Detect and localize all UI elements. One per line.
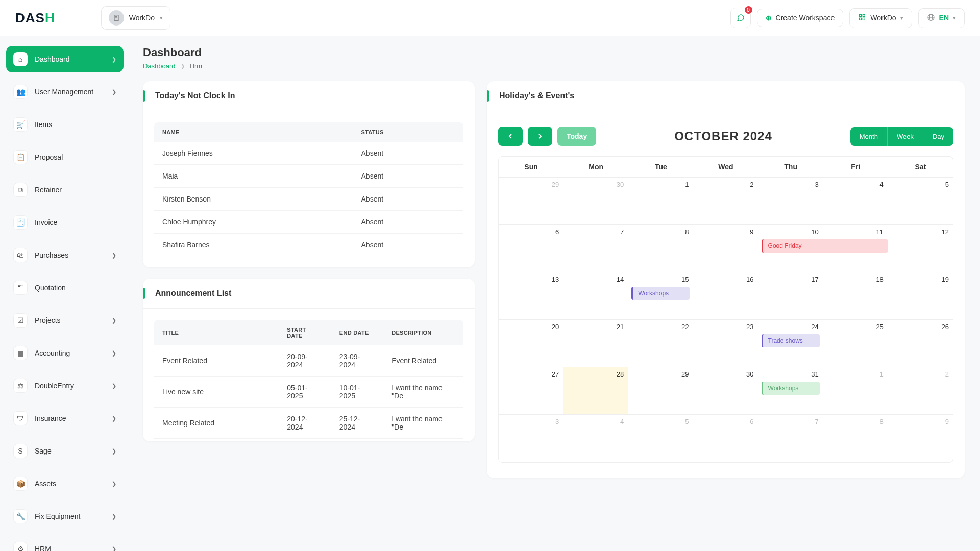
- clockin-title: Today's Not Clock In: [155, 91, 235, 101]
- sidebar-icon: ⌂: [13, 52, 28, 66]
- cal-day[interactable]: 5: [628, 415, 693, 462]
- cal-day[interactable]: 8: [823, 415, 888, 462]
- cal-day[interactable]: 5: [888, 178, 953, 225]
- cal-day-number: 10: [811, 228, 818, 236]
- cal-view-week[interactable]: Week: [888, 127, 923, 146]
- breadcrumb-root[interactable]: Dashboard: [143, 62, 176, 70]
- cal-day[interactable]: 7: [758, 415, 823, 462]
- sidebar-item-accounting[interactable]: ▤ Accounting ❯: [6, 340, 124, 366]
- sidebar-item-retainer[interactable]: ⧉ Retainer: [6, 177, 124, 203]
- cal-day-number: 5: [685, 418, 689, 425]
- cal-day[interactable]: 1: [628, 178, 693, 225]
- cal-day[interactable]: 20: [499, 320, 564, 367]
- cal-day[interactable]: 3: [758, 178, 823, 225]
- sidebar-item-dashboard[interactable]: ⌂ Dashboard ❯: [6, 46, 124, 72]
- col-name: NAME: [154, 122, 353, 142]
- cal-day[interactable]: 6: [499, 225, 564, 272]
- cal-day[interactable]: 28: [564, 367, 628, 415]
- cal-day-header: Sun: [499, 157, 564, 178]
- cell-name: Joseph Fiennes: [154, 142, 353, 165]
- sidebar-item-insurance[interactable]: 🛡 Insurance ❯: [6, 405, 124, 432]
- cal-day[interactable]: 24Trade shows: [758, 320, 823, 367]
- cal-day[interactable]: 15Workshops: [628, 272, 693, 320]
- cal-day[interactable]: 9: [693, 225, 758, 272]
- sidebar-label: User Management: [35, 88, 93, 96]
- cal-day[interactable]: 3: [499, 415, 564, 462]
- col-status: STATUS: [353, 122, 463, 142]
- cal-view-month[interactable]: Month: [850, 127, 888, 146]
- cal-today-button[interactable]: Today: [557, 127, 596, 146]
- sidebar-item-purchases[interactable]: 🛍 Purchases ❯: [6, 242, 124, 268]
- cal-day[interactable]: 4: [823, 178, 888, 225]
- sidebar-item-invoice[interactable]: 🧾 Invoice: [6, 209, 124, 236]
- cal-day-number: 9: [945, 418, 949, 425]
- cal-day[interactable]: 11: [823, 225, 888, 272]
- language-selector[interactable]: EN ▾: [918, 8, 965, 28]
- messages-button[interactable]: 0: [730, 8, 751, 28]
- workdo-menu-button[interactable]: WorkDo ▾: [849, 8, 912, 28]
- cal-day-number: 22: [681, 323, 689, 331]
- clockin-card: Today's Not Clock In NAME STATUS Joseph …: [143, 81, 475, 267]
- cell-name: Kirsten Benson: [154, 188, 353, 211]
- sidebar-item-user-management[interactable]: 👥 User Management ❯: [6, 79, 124, 105]
- cal-day[interactable]: 6: [693, 415, 758, 462]
- cal-day[interactable]: 2: [693, 178, 758, 225]
- table-row: Live new site 05-01-2025 10-01-2025 I wa…: [154, 377, 463, 408]
- sidebar-item-hrm[interactable]: ⚙ HRM ❯: [6, 536, 124, 551]
- sidebar-item-quotation[interactable]: “” Quotation: [6, 274, 124, 301]
- cal-day[interactable]: 12: [888, 225, 953, 272]
- cal-day[interactable]: 10Good Friday: [758, 225, 823, 272]
- cal-event[interactable]: Workshops: [762, 382, 820, 395]
- cell-name: Maia: [154, 165, 353, 188]
- main-content: Dashboard Dashboard ❯ Hrm Today's Not Cl…: [138, 36, 980, 478]
- cal-day[interactable]: 4: [564, 415, 628, 462]
- cal-day[interactable]: 21: [564, 320, 628, 367]
- cal-day-number: 18: [876, 276, 883, 283]
- sidebar-item-doubleentry[interactable]: ⚖ DoubleEntry ❯: [6, 372, 124, 399]
- sidebar-item-fix-equipment[interactable]: 🔧 Fix Equipment ❯: [6, 503, 124, 530]
- cal-day[interactable]: 22: [628, 320, 693, 367]
- cal-day[interactable]: 17: [758, 272, 823, 320]
- sidebar-item-projects[interactable]: ☑ Projects ❯: [6, 307, 124, 334]
- cal-day[interactable]: 7: [564, 225, 628, 272]
- cal-day[interactable]: 31Workshops: [758, 367, 823, 415]
- sidebar-label: DoubleEntry: [35, 382, 74, 390]
- cal-day[interactable]: 29: [628, 367, 693, 415]
- cal-day[interactable]: 13: [499, 272, 564, 320]
- sidebar-item-items[interactable]: 🛒 Items: [6, 111, 124, 138]
- cal-event[interactable]: Trade shows: [762, 334, 820, 347]
- cal-day[interactable]: 14: [564, 272, 628, 320]
- cal-day[interactable]: 2: [888, 367, 953, 415]
- svg-rect-6: [863, 18, 865, 20]
- cal-day[interactable]: 8: [628, 225, 693, 272]
- cal-day[interactable]: 1: [823, 367, 888, 415]
- cal-day[interactable]: 19: [888, 272, 953, 320]
- create-workspace-button[interactable]: ⊕ Create Workspace: [757, 9, 844, 27]
- cal-day[interactable]: 16: [693, 272, 758, 320]
- cal-next-button[interactable]: [528, 127, 552, 146]
- cal-day-number: 21: [617, 323, 624, 331]
- logo[interactable]: DASH: [15, 10, 91, 26]
- cal-day[interactable]: 30: [564, 178, 628, 225]
- cal-day-number: 14: [617, 276, 624, 283]
- sidebar-item-sage[interactable]: S Sage ❯: [6, 438, 124, 464]
- workspace-selector[interactable]: WorkDo ▾: [101, 6, 170, 30]
- cal-day-number: 29: [552, 181, 559, 188]
- cal-day[interactable]: 18: [823, 272, 888, 320]
- cal-day[interactable]: 25: [823, 320, 888, 367]
- cal-day[interactable]: 26: [888, 320, 953, 367]
- cal-day[interactable]: 9: [888, 415, 953, 462]
- cal-event[interactable]: Workshops: [631, 287, 690, 300]
- sidebar-label: Projects: [35, 316, 61, 324]
- cal-prev-button[interactable]: [498, 127, 523, 146]
- col-end: END DATE: [331, 320, 383, 345]
- sidebar-item-assets[interactable]: 📦 Assets ❯: [6, 470, 124, 497]
- cal-day[interactable]: 30: [693, 367, 758, 415]
- sidebar-item-proposal[interactable]: 📋 Proposal: [6, 144, 124, 170]
- cal-day[interactable]: 23: [693, 320, 758, 367]
- chevron-down-icon: ▾: [953, 15, 956, 21]
- announcement-card: Announcement List TITLE START DATE END D…: [143, 279, 475, 441]
- cal-day[interactable]: 29: [499, 178, 564, 225]
- cal-day[interactable]: 27: [499, 367, 564, 415]
- cal-view-day[interactable]: Day: [923, 127, 953, 146]
